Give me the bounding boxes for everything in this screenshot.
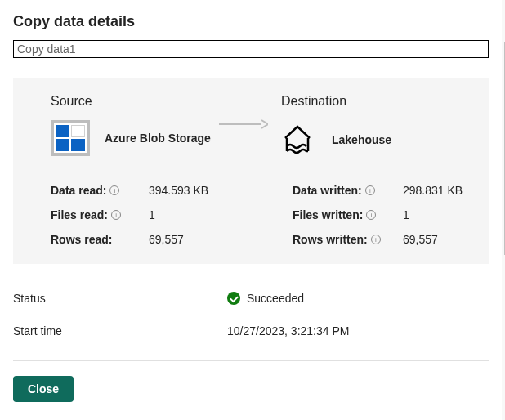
statistics-row: Data read: 394.593 KB Files read: 1 Rows… xyxy=(51,184,469,246)
status-label: Status xyxy=(13,292,227,305)
data-written-value: 298.831 KB xyxy=(403,184,463,197)
start-time-value: 10/27/2023, 3:21:34 PM xyxy=(227,324,349,337)
destination-label: Destination xyxy=(281,94,391,109)
start-time-row: Start time 10/27/2023, 3:21:34 PM xyxy=(13,316,489,346)
source-label: Source xyxy=(51,94,227,109)
copy-data-details-dialog: Copy data details Copy data1 Source Azur… xyxy=(0,0,505,420)
destination-connector-name: Lakehouse xyxy=(332,133,391,146)
details-panel: Source Azure Blob Storage Des xyxy=(13,78,489,264)
files-read-row: Files read: 1 xyxy=(51,208,293,221)
info-icon[interactable] xyxy=(365,185,375,195)
destination-column: Destination Lakehouse xyxy=(281,94,391,159)
data-read-label: Data read: xyxy=(51,184,149,197)
vertical-scrollbar[interactable] xyxy=(502,0,505,420)
files-written-label: Files written: xyxy=(293,208,403,221)
source-stats: Data read: 394.593 KB Files read: 1 Rows… xyxy=(51,184,293,246)
dialog-title: Copy data details xyxy=(13,13,489,30)
rows-written-value: 69,557 xyxy=(403,233,438,246)
destination-connector: Lakehouse xyxy=(281,120,391,159)
success-icon xyxy=(227,292,240,305)
data-read-row: Data read: 394.593 KB xyxy=(51,184,293,197)
source-column: Source Azure Blob Storage xyxy=(51,94,227,156)
meta-section: Status Succeeded Start time 10/27/2023, … xyxy=(13,284,489,346)
files-read-label: Files read: xyxy=(51,208,149,221)
lakehouse-icon xyxy=(278,120,317,159)
activity-name-field[interactable]: Copy data1 xyxy=(13,40,489,58)
destination-stats: Data written: 298.831 KB Files written: … xyxy=(293,184,463,246)
source-connector: Azure Blob Storage xyxy=(51,120,227,156)
rows-written-row: Rows written: 69,557 xyxy=(293,233,463,246)
source-destination-row: Source Azure Blob Storage Des xyxy=(51,94,469,159)
source-connector-name: Azure Blob Storage xyxy=(105,132,211,145)
close-button[interactable]: Close xyxy=(13,376,74,402)
rows-read-row: Rows read: 69,557 xyxy=(51,233,293,246)
data-written-row: Data written: 298.831 KB xyxy=(293,184,463,197)
info-icon[interactable] xyxy=(111,210,121,220)
data-written-label: Data written: xyxy=(293,184,403,197)
files-read-value: 1 xyxy=(149,208,155,221)
rows-read-value: 69,557 xyxy=(149,233,184,246)
files-written-value: 1 xyxy=(403,208,409,221)
azure-blob-storage-icon xyxy=(51,120,90,156)
start-time-label: Start time xyxy=(13,324,227,337)
data-read-value: 394.593 KB xyxy=(149,184,208,197)
rows-written-label: Rows written: xyxy=(293,233,403,246)
status-value: Succeeded xyxy=(227,292,304,305)
info-icon[interactable] xyxy=(109,185,119,195)
status-row: Status Succeeded xyxy=(13,284,489,313)
divider xyxy=(13,360,489,361)
info-icon[interactable] xyxy=(366,210,376,220)
files-written-row: Files written: 1 xyxy=(293,208,463,221)
arrow-icon xyxy=(219,118,268,132)
dialog-content: Copy data details Copy data1 Source Azur… xyxy=(0,0,502,420)
info-icon[interactable] xyxy=(371,235,381,244)
rows-read-label: Rows read: xyxy=(51,233,149,246)
